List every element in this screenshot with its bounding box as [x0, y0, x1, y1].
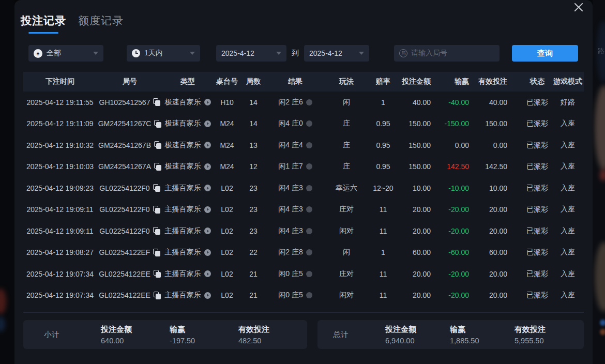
copy-icon[interactable]: [154, 163, 161, 171]
result-info-icon[interactable]: [306, 249, 312, 255]
cell-bet-time: 2025-04-12 19:09:23: [23, 184, 97, 192]
round-id-text: GL02254122EE: [99, 291, 150, 299]
cell-result: 闲4 庄3: [265, 205, 325, 214]
game-video-icon[interactable]: [204, 185, 211, 191]
table-row: 2025-04-12 19:09:11 GL02254122F0 主播百家乐 L…: [23, 199, 584, 221]
cell-result: 闲2 庄8: [265, 248, 325, 257]
cell-table-no: M24: [213, 141, 241, 149]
game-type-select[interactable]: 全部: [28, 45, 103, 62]
subtotal-panel: 小计 投注金额 640.00 输赢 -197.50 有效投注 482.50: [23, 320, 307, 349]
copy-icon[interactable]: [154, 120, 161, 128]
cell-round-count: 23: [241, 184, 265, 192]
header-odds: 赔率: [368, 77, 399, 86]
cell-result: 闲1 庄7: [265, 162, 325, 171]
time-range-select[interactable]: 1天内: [127, 45, 200, 62]
header-win-loss: 输赢: [442, 77, 481, 86]
cell-game-type: 极速百家乐: [163, 98, 213, 107]
cell-status: 已派彩: [523, 141, 552, 150]
subtotal-valid-stat: 有效投注 482.50: [238, 325, 307, 345]
total-panel: 总计 投注金额 6,940.00 输赢 1,885.50 有效投注 5,955.…: [317, 320, 584, 349]
total-bet-value: 6,940.00: [385, 337, 450, 345]
background-right-strip: 路: [593, 0, 605, 364]
cell-result: 闲2 庄6: [265, 98, 325, 107]
cell-bet-amount: 10.00: [399, 184, 442, 192]
cell-game-mode: 入座: [552, 269, 584, 279]
total-label: 总计: [333, 330, 385, 340]
date-range-to-label: 到: [292, 49, 299, 58]
game-video-icon[interactable]: [204, 142, 211, 148]
cell-table-no: L02: [213, 227, 241, 235]
game-video-icon[interactable]: [204, 206, 211, 213]
cell-bet-amount: 150.00: [399, 162, 442, 171]
game-video-icon[interactable]: [204, 99, 211, 105]
cell-bet-time: 2025-04-12 19:08:27: [23, 248, 97, 256]
table-header: 下注时间 局号 类型 桌台号 局数 结果 玩法 赔率 投注金额 输赢 有效投注 …: [23, 72, 584, 92]
copy-icon[interactable]: [154, 292, 161, 299]
game-video-icon[interactable]: [204, 292, 211, 299]
result-info-icon[interactable]: [306, 206, 312, 213]
result-text: 闲4 庄4: [278, 141, 303, 150]
round-number-placeholder: 请输入局号: [411, 49, 447, 58]
cell-valid-bet: 20.00: [481, 205, 523, 214]
date-to-select[interactable]: 2025-4-12: [304, 45, 369, 62]
game-type-text: 主播百家乐: [165, 184, 201, 193]
result-info-icon[interactable]: [306, 142, 312, 148]
close-icon[interactable]: [571, 0, 586, 14]
cell-bet-time: 2025-04-12 19:11:09: [23, 119, 97, 128]
copy-icon[interactable]: [154, 141, 161, 149]
result-text: 闲4 庄3: [278, 205, 303, 214]
cell-valid-bet: 150.00: [481, 119, 523, 128]
round-id-text: GL02254122F0: [99, 205, 149, 214]
cell-valid-bet: 20.00: [481, 270, 523, 278]
copy-icon[interactable]: [154, 270, 161, 278]
header-bet-amount: 投注金额: [399, 77, 442, 86]
cell-game-type: 主播百家乐: [163, 205, 213, 214]
query-button[interactable]: 查询: [512, 45, 578, 62]
cell-game-type: 极速百家乐: [163, 141, 213, 150]
tab-quota-records[interactable]: 额度记录: [78, 13, 124, 28]
game-video-icon[interactable]: [204, 120, 211, 127]
table-row: 2025-04-12 19:09:23 GL02254122F0 主播百家乐 L…: [23, 177, 584, 199]
cell-valid-bet: 142.50: [481, 162, 523, 171]
result-info-icon[interactable]: [306, 163, 312, 170]
date-from-select[interactable]: 2025-4-12: [216, 45, 286, 62]
total-valid-label: 有效投注: [515, 325, 579, 335]
round-id-text: GL02254122EF: [99, 248, 150, 256]
cell-table-no: M24: [213, 119, 241, 128]
cell-win-loss: 0.00: [442, 141, 481, 149]
cell-table-no: L02: [213, 291, 241, 299]
cell-bet-amount: 150.00: [399, 119, 442, 128]
game-video-icon[interactable]: [204, 270, 211, 277]
copy-icon[interactable]: [153, 98, 160, 106]
copy-icon[interactable]: [153, 227, 160, 235]
subtotal-bet-value: 640.00: [101, 337, 170, 345]
game-video-icon[interactable]: [204, 249, 211, 256]
game-type-text: 主播百家乐: [165, 291, 201, 300]
result-text: 闲2 庄8: [278, 248, 303, 257]
cell-table-no: H10: [213, 98, 241, 107]
game-video-icon[interactable]: [204, 163, 211, 170]
round-id-text: GM242541267C: [98, 119, 152, 128]
subtotal-bet-stat: 投注金额 640.00: [101, 325, 170, 345]
result-info-icon[interactable]: [306, 99, 312, 105]
copy-icon[interactable]: [153, 184, 160, 192]
cell-result: 闲0 庄5: [265, 291, 325, 300]
time-range-select-value: 1天内: [144, 49, 163, 58]
round-id-text: GM242541267B: [98, 141, 151, 149]
result-info-icon[interactable]: [306, 185, 312, 191]
cell-round-count: 14: [241, 119, 265, 128]
result-text: 闲4 庄3: [278, 184, 303, 193]
clock-icon: [132, 49, 140, 57]
result-info-icon[interactable]: [306, 292, 312, 298]
result-info-icon[interactable]: [306, 271, 312, 277]
game-video-icon[interactable]: [204, 228, 211, 234]
copy-icon[interactable]: [153, 206, 160, 214]
total-valid-stat: 有效投注 5,955.50: [515, 325, 579, 345]
cell-win-loss: 142.50: [442, 162, 481, 171]
round-number-input[interactable]: 请输入局号: [394, 45, 500, 62]
copy-icon[interactable]: [153, 249, 160, 256]
result-info-icon[interactable]: [306, 120, 312, 127]
result-info-icon[interactable]: [306, 228, 312, 234]
cell-table-no: M24: [213, 162, 241, 171]
tab-bet-records[interactable]: 投注记录: [21, 13, 66, 34]
